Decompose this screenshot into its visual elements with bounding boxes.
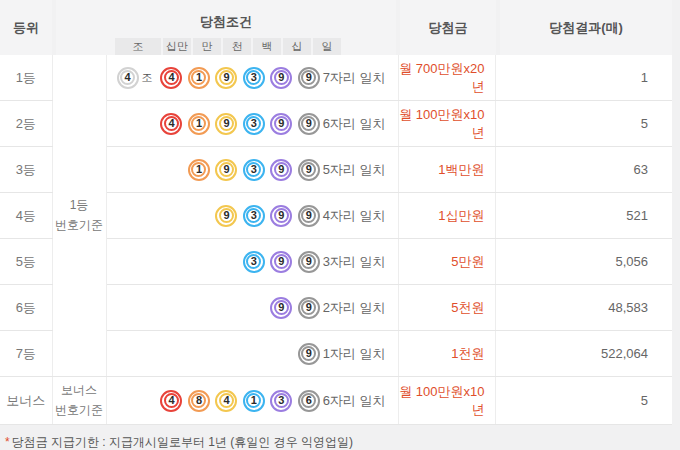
digit-label-jo: 조 — [115, 38, 161, 55]
lotto-ball: 3 — [270, 390, 292, 412]
condition-cell: 4 1 9 3 9 9 6자리 일치 — [106, 101, 398, 147]
payment-deadline-note: *당첨금 지급기한 : 지급개시일로부터 1년 (휴일인 경우 익영업일) — [5, 434, 672, 450]
winner-count: 48,583 — [495, 285, 672, 331]
prize-amount: 월 100만원x10년 — [398, 377, 495, 425]
prize-amount: 5만원 — [398, 239, 495, 285]
lotto-ball: 4 — [160, 67, 182, 89]
rank-label: 6등 — [0, 285, 52, 331]
condition-cell: 1 9 3 9 9 5자리 일치 — [106, 147, 398, 193]
lotto-ball: 9 — [215, 67, 237, 89]
digit-label-10: 십 — [283, 38, 311, 55]
match-condition: 6자리 일치 — [323, 392, 398, 410]
lotto-ball: 3 — [243, 159, 265, 181]
lotto-ball: 8 — [188, 390, 210, 412]
lotto-ball: 1 — [188, 159, 210, 181]
lotto-ball: 9 — [298, 159, 320, 181]
lotto-ball: 9 — [298, 113, 320, 135]
lotto-ball: 9 — [298, 251, 320, 273]
rank-label: 3등 — [0, 147, 52, 193]
digit-labels: 조 십만 만 천 백 십 일 — [115, 38, 341, 55]
digit-label-1: 일 — [313, 38, 341, 55]
rank-label: 5등 — [0, 239, 52, 285]
lotto-ball: 4 — [160, 390, 182, 412]
prize-amount: 월 700만원x20년 — [398, 55, 495, 101]
lotto-ball: 3 — [243, 113, 265, 135]
table-header: 등위 당첨조건 조 십만 만 천 백 십 일 당첨금 당첨결과(매) — [0, 0, 672, 55]
match-condition: 3자리 일치 — [323, 253, 398, 271]
condition-cell: 9 9 2자리 일치 — [106, 285, 398, 331]
condition-cell: 4 8 4 1 3 6 6자리 일치 — [106, 377, 398, 425]
match-condition: 1자리 일치 — [323, 345, 398, 363]
rank-label: 2등 — [0, 101, 52, 147]
rank-label: 1등 — [0, 55, 52, 101]
match-condition: 6자리 일치 — [323, 115, 398, 133]
winner-count: 522,064 — [495, 331, 672, 377]
winner-count: 5 — [495, 101, 672, 147]
prize-amount: 5천원 — [398, 285, 495, 331]
lotto-ball: 4 — [215, 390, 237, 412]
lotto-ball: 9 — [298, 67, 320, 89]
digit-label-10k: 만 — [193, 38, 221, 55]
match-condition: 4자리 일치 — [323, 207, 398, 225]
condition-cell: 9 1자리 일치 — [106, 331, 398, 377]
lotto-ball-jo: 4 — [117, 67, 139, 89]
lotto-ball: 1 — [188, 67, 210, 89]
rank-label: 보너스 — [0, 377, 52, 425]
digit-label-100k: 십만 — [163, 38, 191, 55]
lotto-ball: 9 — [270, 67, 292, 89]
winner-count: 5,056 — [495, 239, 672, 285]
winner-count: 521 — [495, 193, 672, 239]
match-condition: 7자리 일치 — [323, 69, 398, 87]
footnote-text: 당첨금 지급기한 : 지급개시일로부터 1년 (휴일인 경우 익영업일) — [12, 435, 353, 449]
prize-table: 1등 1등 번호기준 4 조 4 1 9 3 9 — [0, 55, 672, 425]
lotto-ball: 9 — [270, 205, 292, 227]
lottery-result-panel: 등위 당첨조건 조 십만 만 천 백 십 일 당첨금 당첨결과(매) 1등 — [0, 0, 672, 450]
asterisk-mark: * — [5, 435, 10, 449]
lotto-ball: 3 — [243, 251, 265, 273]
condition-cell: 3 9 9 3자리 일치 — [106, 239, 398, 285]
rank-label: 4등 — [0, 193, 52, 239]
lotto-ball: 9 — [270, 159, 292, 181]
group-label-bonus: 보너스 번호기준 — [52, 377, 106, 425]
group-label-main: 1등 번호기준 — [52, 55, 106, 377]
lotto-ball: 9 — [215, 159, 237, 181]
lotto-ball: 3 — [243, 67, 265, 89]
digit-label-1k: 천 — [223, 38, 251, 55]
match-condition: 5자리 일치 — [323, 161, 398, 179]
lotto-ball: 9 — [298, 205, 320, 227]
header-result: 당첨결과(매) — [500, 0, 672, 55]
lotto-ball: 9 — [270, 297, 292, 319]
prize-amount: 1백만원 — [398, 147, 495, 193]
header-condition-label: 당첨조건 — [200, 13, 252, 31]
header-condition: 당첨조건 조 십만 만 천 백 십 일 — [56, 0, 396, 55]
lotto-ball: 9 — [270, 113, 292, 135]
lotto-ball: 1 — [243, 390, 265, 412]
lotto-ball: 9 — [215, 113, 237, 135]
digit-label-100: 백 — [253, 38, 281, 55]
lotto-ball: 3 — [243, 205, 265, 227]
prize-amount: 1십만원 — [398, 193, 495, 239]
lotto-ball: 9 — [215, 205, 237, 227]
lotto-ball: 6 — [298, 390, 320, 412]
match-condition: 2자리 일치 — [323, 299, 398, 317]
header-rank: 등위 — [0, 0, 52, 55]
lotto-ball: 1 — [188, 113, 210, 135]
condition-cell: 9 3 9 9 4자리 일치 — [106, 193, 398, 239]
condition-cell: 4 조 4 1 9 3 9 9 7자리 일치 — [106, 55, 398, 101]
jo-label: 조 — [142, 70, 153, 85]
header-prize: 당첨금 — [400, 0, 496, 55]
table-row: 1등 1등 번호기준 4 조 4 1 9 3 9 — [0, 55, 672, 101]
lotto-ball: 9 — [270, 251, 292, 273]
winner-count: 5 — [495, 377, 672, 425]
table-row-bonus: 보너스 보너스 번호기준 4 8 4 1 3 6 6자리 일치 — [0, 377, 672, 425]
lotto-ball: 4 — [160, 113, 182, 135]
prize-amount: 1천원 — [398, 331, 495, 377]
winner-count: 1 — [495, 55, 672, 101]
rank-label: 7등 — [0, 331, 52, 377]
prize-amount: 월 100만원x10년 — [398, 101, 495, 147]
lotto-ball: 9 — [298, 343, 320, 365]
winner-count: 63 — [495, 147, 672, 193]
lotto-ball: 9 — [298, 297, 320, 319]
